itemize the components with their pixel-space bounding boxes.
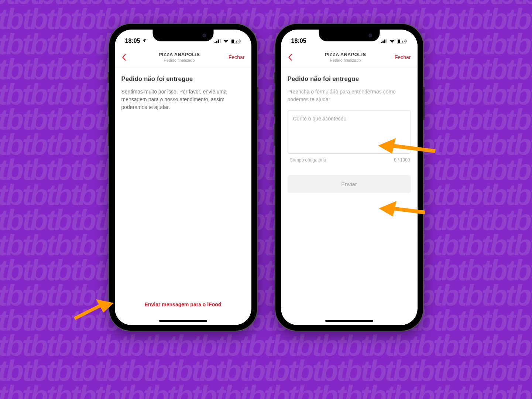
cellular-signal-icon	[214, 39, 221, 43]
chevron-left-icon	[121, 54, 126, 61]
status-time: 18:05	[291, 38, 306, 44]
phone-notch	[319, 30, 380, 41]
submit-button[interactable]: Enviar	[288, 175, 411, 193]
svg-rect-0	[214, 42, 216, 43]
close-button[interactable]: Fechar	[392, 54, 411, 60]
battery-icon: 27	[397, 39, 407, 44]
svg-rect-11	[386, 39, 387, 43]
character-counter: 0 / 1000	[394, 157, 410, 163]
svg-text:27: 27	[236, 40, 239, 43]
svg-rect-2	[218, 40, 219, 43]
home-indicator[interactable]	[325, 320, 373, 322]
svg-rect-15	[406, 40, 407, 42]
home-indicator[interactable]	[159, 320, 207, 322]
page-heading: Pedido não foi entregue	[121, 75, 245, 83]
required-field-label: Campo obrigatório	[290, 157, 326, 163]
svg-rect-7	[240, 40, 241, 42]
phone-mockup-right: 18:05 27	[275, 24, 423, 331]
close-button[interactable]: Fechar	[226, 54, 245, 60]
phone-notch	[152, 30, 213, 41]
svg-text:27: 27	[402, 40, 405, 43]
page-heading: Pedido não foi entregue	[288, 75, 411, 83]
svg-rect-9	[382, 41, 384, 43]
nav-header: PIZZA ANAPOLIS Pedido finalizado Fechar	[115, 48, 251, 67]
svg-rect-5	[231, 40, 234, 43]
nav-subtitle: Pedido finalizado	[299, 58, 392, 62]
wifi-icon	[223, 39, 229, 43]
nav-title: PIZZA ANAPOLIS	[299, 52, 392, 57]
nav-subtitle: Pedido finalizado	[133, 58, 226, 62]
back-button[interactable]	[288, 54, 299, 61]
camera-dot-icon	[368, 34, 372, 37]
cellular-signal-icon	[381, 39, 387, 43]
page-description: Sentimos muito por isso. Por favor, envi…	[121, 88, 245, 111]
svg-rect-13	[398, 40, 400, 43]
wifi-icon	[389, 39, 395, 43]
camera-dot-icon	[202, 34, 206, 37]
status-time: 18:05	[125, 38, 140, 44]
page-help-text: Preencha o formulário para entendermos c…	[288, 88, 411, 103]
svg-rect-3	[220, 39, 221, 43]
message-input[interactable]	[288, 110, 411, 154]
battery-icon: 27	[231, 39, 241, 44]
location-arrow-icon	[142, 38, 147, 44]
back-button[interactable]	[121, 54, 133, 61]
phone-mockup-left: 18:05 27	[109, 24, 257, 331]
nav-header: PIZZA ANAPOLIS Pedido finalizado Fechar	[281, 48, 418, 67]
svg-rect-10	[384, 40, 385, 43]
chevron-left-icon	[288, 54, 292, 61]
nav-title: PIZZA ANAPOLIS	[133, 52, 226, 57]
svg-rect-1	[216, 41, 217, 43]
send-message-link[interactable]: Enviar mensagem para o iFood	[121, 301, 245, 317]
svg-rect-8	[381, 42, 382, 43]
